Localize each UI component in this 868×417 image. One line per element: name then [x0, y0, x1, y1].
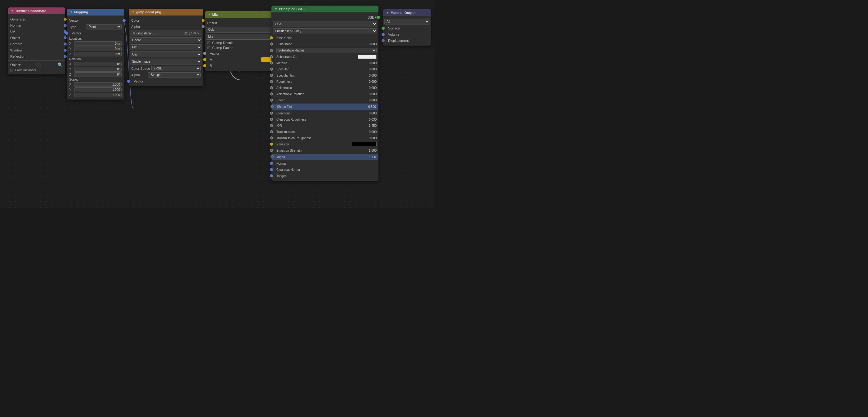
subsurface-radius-select[interactable]: Subsurface Radius: [276, 48, 377, 53]
type-row: Type: Point: [67, 24, 124, 30]
collapse-arrow-image-texture[interactable]: ▼: [132, 10, 135, 13]
rot-x-input[interactable]: [74, 62, 122, 66]
mix-mode-select[interactable]: Mix Add Multiply: [206, 34, 278, 40]
input-normal[interactable]: [270, 162, 273, 165]
loc-z-input[interactable]: [74, 52, 122, 57]
socket-camera: Camera: [8, 41, 65, 47]
input-surface[interactable]: [381, 27, 385, 30]
input-sheen-tint[interactable]: [271, 105, 274, 108]
rot-y-input[interactable]: [74, 67, 122, 72]
input-specular[interactable]: [270, 68, 273, 71]
collapse-arrow-bsdf[interactable]: ▼: [275, 7, 277, 10]
collapse-arrow-mapping[interactable]: ▼: [70, 10, 72, 13]
node-title-material-output: Material Output: [391, 11, 416, 14]
sc-x-input[interactable]: [74, 82, 122, 87]
b-input-row: B: [205, 63, 279, 69]
clamp-result-checkbox[interactable]: [207, 41, 210, 44]
distribution-select[interactable]: GGX Multi-GGX: [273, 21, 377, 27]
collapse-arrow-material-output[interactable]: ▼: [386, 11, 389, 14]
image-picker-row[interactable]: 🖼 gimp decal.... 2 ◯ ⧉ ✕: [130, 30, 202, 36]
emission-color-swatch[interactable]: [352, 142, 377, 146]
output-normal[interactable]: [64, 24, 67, 27]
output-generated[interactable]: [64, 18, 67, 21]
input-vector-image[interactable]: [127, 80, 130, 83]
node-header-mapping[interactable]: ▼ Mapping: [67, 9, 124, 15]
input-subsurface-color[interactable]: [270, 55, 273, 58]
node-header-image-texture[interactable]: ▼ gimp decal.png: [129, 9, 203, 15]
extension-select[interactable]: Clip Extend Repeat Mirror: [130, 52, 202, 57]
input-a[interactable]: [203, 58, 206, 61]
input-anisotropic-rotation[interactable]: [270, 92, 273, 95]
input-anisotropic[interactable]: [270, 86, 273, 89]
all-select[interactable]: All Cycles EEVEE: [384, 19, 430, 25]
projection-select[interactable]: Flat Box Sphere Tube: [130, 44, 202, 50]
clamp-result-label: Clamp Result: [212, 41, 232, 45]
interpolation-select[interactable]: Linear Closest Cubic Smart: [130, 37, 202, 43]
node-header-mix[interactable]: ▼ Mix: [205, 11, 279, 18]
input-metallic[interactable]: [270, 61, 273, 64]
node-header-principled-bsdf[interactable]: ▼ Principled BSDF: [272, 6, 378, 12]
rot-z-input[interactable]: [74, 72, 122, 77]
input-displacement[interactable]: [381, 39, 385, 42]
input-base-color[interactable]: [270, 36, 273, 39]
vector-input-row: Vector: [129, 78, 203, 84]
alpha-select[interactable]: Straight Premultiplied Channel Packed No…: [148, 72, 201, 77]
sc-z-input[interactable]: [74, 93, 122, 97]
input-clearcoat-roughness[interactable]: [270, 118, 273, 121]
input-sheen[interactable]: [270, 99, 273, 102]
eyedropper-icon[interactable]: 🔍: [57, 62, 63, 67]
output-camera[interactable]: [64, 42, 67, 45]
output-alpha[interactable]: [202, 25, 205, 28]
subsurface-color-swatch[interactable]: [358, 55, 377, 59]
input-specular-tint[interactable]: [270, 74, 273, 77]
mix-type-select[interactable]: Color Float Vector: [206, 27, 278, 33]
sc-y-input[interactable]: [74, 88, 122, 92]
projection-row: Flat Box Sphere Tube: [129, 44, 203, 51]
object-picker[interactable]: [37, 63, 41, 67]
source-select[interactable]: Single Image Image Sequence Movie Genera…: [130, 59, 202, 64]
output-reflection[interactable]: [64, 55, 67, 58]
input-subsurface[interactable]: [270, 42, 273, 45]
input-transmission-roughness[interactable]: [270, 136, 273, 139]
from-instancer-checkbox[interactable]: [10, 69, 13, 72]
clamp-factor-checkbox[interactable]: [207, 46, 210, 49]
metallic-row: Metallic 0.000: [272, 60, 378, 66]
input-vector[interactable]: [65, 32, 68, 35]
input-roughness[interactable]: [270, 80, 273, 83]
location-label: Location:: [67, 36, 124, 41]
output-window[interactable]: [64, 49, 67, 52]
output-mapping-vector[interactable]: [123, 19, 126, 22]
input-ior[interactable]: [270, 124, 273, 127]
subsurface-method-select[interactable]: Christensen-Burley Random Walk: [273, 28, 377, 34]
input-volume[interactable]: [381, 33, 385, 36]
copy-icon[interactable]: ⧉: [193, 31, 196, 35]
output-color[interactable]: [202, 19, 205, 22]
input-emission-strength[interactable]: [270, 149, 273, 152]
node-header-material-output[interactable]: ▼ Material Output: [383, 9, 431, 16]
input-factor[interactable]: [203, 52, 206, 55]
node-title-image-texture: gimp decal.png: [136, 10, 161, 14]
output-object[interactable]: [64, 36, 67, 39]
loc-y-input[interactable]: [74, 46, 122, 51]
input-b[interactable]: [203, 64, 206, 67]
color-space-select[interactable]: sRGB Linear Non-Color: [151, 66, 201, 71]
anisotropic-row: Anisotropic 0.000: [272, 85, 378, 91]
material-output-node: ▼ Material Output All Cycles EEVEE Surfa…: [383, 9, 431, 45]
input-tangent[interactable]: [270, 174, 273, 177]
tangent-row: Tangent: [272, 173, 378, 179]
input-transmission[interactable]: [270, 130, 273, 133]
output-bsdf[interactable]: [377, 16, 380, 19]
type-select[interactable]: Point: [86, 24, 122, 29]
close-icon[interactable]: ✕: [197, 32, 199, 35]
input-clearcoat-normal[interactable]: [270, 168, 273, 171]
input-emission[interactable]: [270, 142, 273, 146]
input-clearcoat[interactable]: [270, 111, 273, 115]
mapping-vector-out-row: Vector: [67, 18, 124, 24]
loc-x-input[interactable]: [74, 41, 122, 46]
input-subsurface-radius[interactable]: [270, 49, 273, 52]
input-alpha-bsdf[interactable]: [271, 155, 274, 158]
node-header-texture-coordinate[interactable]: ▼ Texture Coordinate: [8, 7, 65, 14]
collapse-arrow[interactable]: ▼: [11, 9, 14, 12]
subsurface-method-row: Christensen-Burley Random Walk: [272, 28, 378, 35]
collapse-arrow-mix[interactable]: ▼: [208, 13, 211, 16]
